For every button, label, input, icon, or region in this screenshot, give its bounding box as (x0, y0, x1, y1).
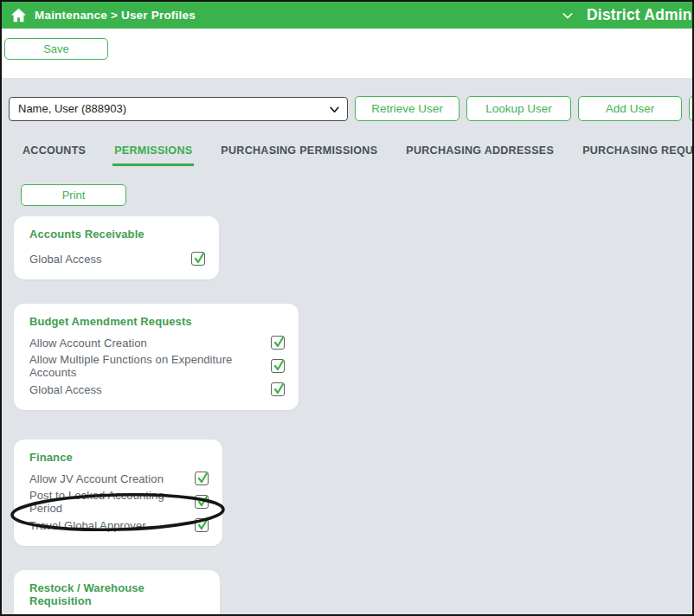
retrieve-user-button[interactable]: Retrieve User (355, 96, 459, 121)
add-user-button[interactable]: Add User (578, 96, 682, 121)
app-window: Maintenance > User Profiles District Adm… (0, 0, 694, 616)
user-select[interactable]: Name, User (888903) (9, 97, 348, 121)
permission-row: Global Access (29, 250, 205, 267)
save-row: Save (2, 29, 692, 78)
permission-label: Global Access (29, 253, 102, 266)
allow-account-creation-checkbox[interactable] (271, 336, 285, 350)
card-title: Finance (29, 451, 209, 464)
checkmark-icon (272, 381, 286, 396)
partial-button[interactable] (689, 96, 694, 121)
top-bar: Maintenance > User Profiles District Adm… (2, 2, 692, 29)
content-area: Name, User (888903) Retrieve User Lookup… (2, 78, 692, 614)
permission-label: Allow Multiple Functions on Expenditure … (29, 353, 271, 379)
context-label: District Admin (587, 6, 692, 24)
permission-label: Travel Global Approver (29, 519, 146, 532)
checkmark-icon (192, 250, 206, 266)
breadcrumb: Maintenance > User Profiles (35, 9, 196, 22)
tab-permissions[interactable]: PERMISSIONS (112, 144, 194, 166)
allow-multiple-functions-checkbox[interactable] (271, 359, 285, 373)
context-switcher: District Admin (561, 2, 692, 29)
card-accounts-receivable: Accounts Receivable Global Access (14, 216, 219, 279)
post-to-locked-period-checkbox[interactable] (195, 495, 209, 509)
home-icon[interactable] (2, 8, 35, 22)
permission-row: Allow Multiple Functions on Expenditure … (29, 357, 285, 375)
checkmark-icon (272, 334, 286, 350)
tab-purchasing-requestors[interactable]: PURCHASING REQUESTORS (581, 144, 694, 166)
permission-row-annotated: Travel Global Approver (29, 517, 209, 534)
card-budget-amendment-requests: Budget Amendment Requests Allow Account … (14, 304, 299, 410)
checkmark-icon (196, 493, 209, 509)
tab-bar: ACCOUNTS PERMISSIONS PURCHASING PERMISSI… (21, 144, 692, 166)
permission-label: Allow Account Creation (29, 337, 147, 350)
allow-jv-account-creation-checkbox[interactable] (195, 472, 209, 485)
travel-global-approver-checkbox[interactable] (195, 518, 209, 532)
card-finance: Finance Allow JV Account Creation Post t… (14, 440, 222, 546)
global-access-checkbox[interactable] (191, 252, 205, 266)
card-title: Budget Amendment Requests (29, 315, 285, 328)
permission-row: Global Access (29, 381, 285, 398)
print-button[interactable]: Print (21, 184, 126, 206)
save-button[interactable]: Save (4, 38, 108, 60)
lookup-user-button[interactable]: Lookup User (466, 96, 571, 121)
permission-row: Post to Locked Accounting Period (29, 493, 209, 510)
global-access-checkbox[interactable] (271, 382, 285, 396)
card-title: Restock / Warehouse Requisition (29, 581, 206, 607)
permission-label: Post to Locked Accounting Period (29, 489, 195, 515)
user-select-wrap: Name, User (888903) (9, 97, 348, 121)
checkmark-icon (272, 357, 286, 373)
user-bar: Name, User (888903) Retrieve User Lookup… (2, 78, 692, 121)
chevron-down-icon[interactable] (561, 9, 575, 22)
permission-row: Allow Account Creation (29, 334, 285, 351)
checkmark-icon (196, 517, 209, 532)
checkmark-icon (196, 470, 209, 485)
permission-label: Allow JV Account Creation (29, 472, 164, 485)
permission-label: Global Access (29, 383, 102, 396)
card-restock-warehouse-requisition: Restock / Warehouse Requisition Global A… (14, 570, 220, 616)
tab-accounts[interactable]: ACCOUNTS (21, 144, 87, 166)
card-title: Accounts Receivable (29, 228, 205, 241)
tab-purchasing-addresses[interactable]: PURCHASING ADDRESSES (404, 144, 556, 166)
tab-purchasing-permissions[interactable]: PURCHASING PERMISSIONS (219, 144, 379, 166)
permission-row: Allow JV Account Creation (29, 470, 209, 487)
